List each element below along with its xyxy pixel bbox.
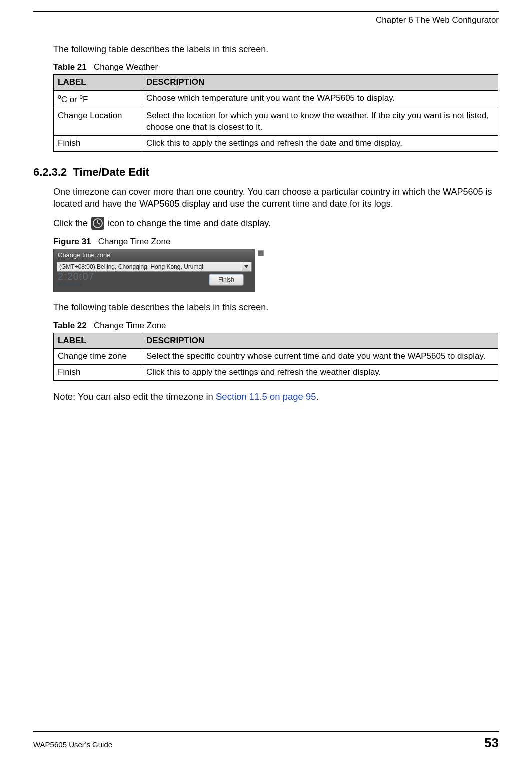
- table-row: Change Location Select the location for …: [54, 108, 498, 135]
- table22: LABEL DESCRIPTION Change time zone Selec…: [53, 333, 498, 381]
- cell-label: Finish: [54, 135, 142, 151]
- cell-desc: Select the location for which you want t…: [142, 108, 498, 135]
- timezone-select[interactable]: (GMT+08:00) Beijing, Chongqing, Hong Kon…: [57, 262, 252, 272]
- para2-pre: Click the: [53, 218, 88, 228]
- section-title: Time/Date Edit: [73, 166, 149, 178]
- cell-desc: Choose which temperature unit you want t…: [142, 91, 498, 108]
- close-icon[interactable]: [258, 250, 264, 256]
- figure31-caption-text: Change Time Zone: [98, 237, 171, 246]
- table-row: oC or oF Choose which temperature unit y…: [54, 91, 498, 108]
- cell-desc: Select the specific country whose curren…: [142, 349, 498, 365]
- cell-label: Change Location: [54, 108, 142, 135]
- th-desc: DESCRIPTION: [142, 333, 498, 349]
- th-desc: DESCRIPTION: [142, 75, 498, 91]
- table22-caption-text: Change Time Zone: [94, 321, 166, 330]
- figure31-background: 2:20:07 000-01-01 Finish: [57, 272, 252, 289]
- page-number: 53: [484, 735, 499, 751]
- paragraph-2: Click the icon to change the time and da…: [53, 217, 499, 230]
- table22-caption-label: Table 22: [53, 321, 87, 330]
- finish-button[interactable]: Finish: [209, 274, 244, 286]
- intro-text-2: The following table describes the labels…: [53, 301, 499, 313]
- clock-icon: [91, 217, 104, 230]
- note: Note: You can also edit the timezone in …: [53, 391, 499, 402]
- table21: LABEL DESCRIPTION oC or oF Choose which …: [53, 74, 498, 151]
- figure31-caption-label: Figure 31: [53, 237, 91, 246]
- th-label: LABEL: [54, 333, 142, 349]
- cell-label: Finish: [54, 365, 142, 381]
- cell-desc: Click this to apply the settings and ref…: [142, 135, 498, 151]
- chevron-down-icon: [242, 263, 250, 271]
- note-suffix: .: [316, 391, 319, 402]
- intro-text-1: The following table describes the labels…: [53, 43, 499, 55]
- cell-desc: Click this to apply the settings and ref…: [142, 365, 498, 381]
- footer-rule: [33, 731, 499, 732]
- th-label: LABEL: [54, 75, 142, 91]
- table22-caption: Table 22 Change Time Zone: [53, 321, 499, 331]
- section-heading: 6.2.3.2 Time/Date Edit: [33, 166, 499, 179]
- table-row: Finish Click this to apply the settings …: [54, 135, 498, 151]
- figure31-titlebar: Change time zone: [54, 249, 255, 262]
- table-row: Finish Click this to apply the settings …: [54, 365, 498, 381]
- figure31-caption: Figure 31 Change Time Zone: [53, 237, 499, 247]
- figure31-date-text: 000-01-01: [58, 281, 83, 287]
- table-header-row: LABEL DESCRIPTION: [54, 333, 498, 349]
- section-number: 6.2.3.2: [33, 166, 67, 178]
- table-row: Change time zone Select the specific cou…: [54, 349, 498, 365]
- cell-label: oC or oF: [54, 91, 142, 108]
- chapter-header: Chapter 6 The Web Configurator: [33, 15, 499, 25]
- svg-marker-4: [244, 265, 248, 268]
- table21-caption-text: Change Weather: [94, 62, 158, 72]
- table21-caption: Table 21 Change Weather: [53, 62, 499, 72]
- page-footer: WAP5605 User’s Guide 53: [33, 731, 499, 751]
- figure31-screenshot: Change time zone (GMT+08:00) Beijing, Ch…: [53, 249, 255, 292]
- table21-caption-label: Table 21: [53, 62, 87, 72]
- note-link[interactable]: Section 11.5 on page 95: [216, 391, 316, 402]
- table-header-row: LABEL DESCRIPTION: [54, 75, 498, 91]
- timezone-select-value: (GMT+08:00) Beijing, Chongqing, Hong Kon…: [59, 263, 203, 270]
- note-prefix: Note: You can also edit the timezone in: [53, 391, 216, 402]
- footer-guide-name: WAP5605 User’s Guide: [33, 740, 112, 749]
- top-rule: [33, 11, 499, 12]
- cell-label: Change time zone: [54, 349, 142, 365]
- paragraph-1: One timezone can cover more than one cou…: [53, 186, 499, 210]
- para2-post: icon to change the time and date display…: [108, 218, 271, 228]
